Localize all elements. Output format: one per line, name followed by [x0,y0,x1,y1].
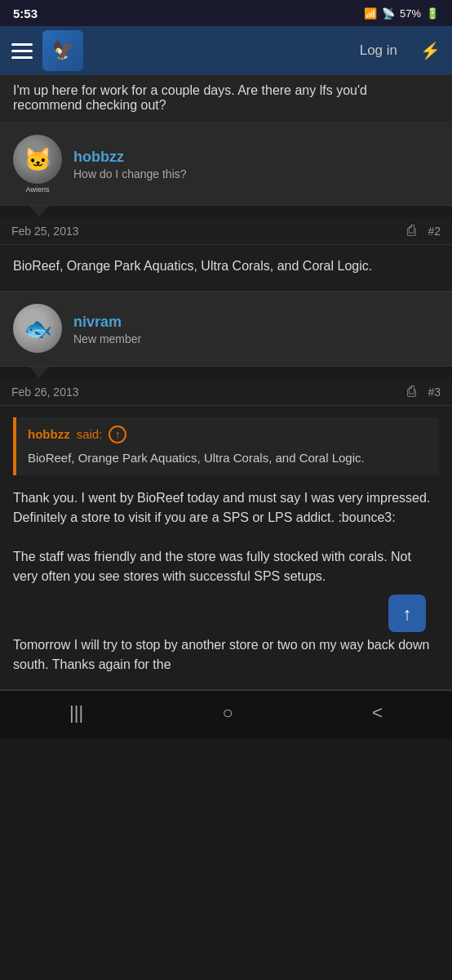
post-date-1: Feb 25, 2013 [11,225,79,238]
signal-icon: 📡 [382,7,395,20]
avatar-wrapper-hobbzz: 🐱 Awiens [13,135,62,194]
user-info-nivram: nivram New member [73,314,439,345]
intro-text: I'm up here for work for a couple days. … [0,75,452,123]
triangle-hobbzz [29,206,49,217]
quote-text-2: BioReef, Orange Park Aquatics, Ultra Cor… [28,449,428,468]
navbar: 🦅 Log in ⚡ [0,26,452,75]
post-date-2: Feb 26, 2013 [11,385,79,399]
post-text-2b: The staff was friendly and the store was… [13,547,439,586]
post-meta-2: Feb 26, 2013 ⎙ #3 [0,378,452,406]
quote-arrow-icon[interactable]: ↑ [109,425,126,443]
bottom-navigation: ||| ○ < [0,690,452,738]
post-number-1: #2 [428,225,441,238]
intro-text-content: I'm up here for work for a couple days. … [13,83,367,112]
quote-username-2[interactable]: hobbzz [28,425,70,444]
avatar-nivram: 🐟 [13,304,62,353]
username-hobbzz[interactable]: hobbzz [73,149,439,166]
user-info-hobbzz: hobbzz How do I change this? [73,149,439,180]
triangle-nivram [29,367,49,378]
status-bar: 5:53 📶 📡 57% 🔋 [0,0,452,26]
avatar-image-nivram: 🐟 [13,304,62,353]
status-icons: 📶 📡 57% 🔋 [364,7,439,20]
share-icon-1[interactable]: ⎙ [407,222,416,239]
avatar-wrapper-nivram: 🐟 [13,304,62,354]
battery-percent: 57% [400,7,421,20]
username-nivram[interactable]: nivram [73,314,439,331]
post-text-2c: Tomorrow I will try to stop by another s… [13,635,439,675]
post-text-1: BioReef, Orange Park Aquatics, Ultra Cor… [13,259,372,273]
post-meta-right-2: ⎙ #3 [407,383,441,400]
share-icon-2[interactable]: ⎙ [407,383,416,400]
post-body-inner-2: Thank you. I went by BioReef today and m… [13,488,439,675]
avatar-image-hobbzz: 🐱 [13,135,62,184]
user-card-hobbzz: 🐱 Awiens hobbzz How do I change this? [0,123,452,206]
status-time: 5:53 [13,7,38,20]
post-meta-1: Feb 25, 2013 ⎙ #2 [0,217,452,245]
bottom-nav-menu[interactable]: ||| [53,699,100,727]
quote-said-2: said: [77,425,103,444]
post-meta-right-1: ⎙ #2 [407,222,441,239]
post-body-1: BioReef, Orange Park Aquatics, Ultra Cor… [0,245,452,292]
bottom-nav-home[interactable]: ○ [206,699,249,727]
avatar-hobbzz: 🐱 [13,135,62,184]
bottom-nav-back[interactable]: < [356,699,399,727]
logo-icon: 🦅 [52,40,74,61]
user-role-nivram: New member [73,332,439,345]
wifi-icon: 📶 [364,7,377,20]
post-body-2: hobbzz said: ↑ BioReef, Orange Park Aqua… [0,406,452,690]
user-role-hobbzz: How do I change this? [73,167,439,180]
login-button[interactable]: Log in [360,42,397,59]
scroll-to-top-button[interactable]: ↑ [388,595,426,632]
hamburger-menu[interactable] [11,43,33,59]
quote-block-2: hobbzz said: ↑ BioReef, Orange Park Aqua… [13,417,439,475]
user-card-nivram: 🐟 nivram New member [0,292,452,367]
app-logo[interactable]: 🦅 [42,30,83,71]
quote-header-2: hobbzz said: ↑ [28,425,428,444]
post-text-2a: Thank you. I went by BioReef today and m… [13,488,439,528]
avatar-label-hobbzz: Awiens [26,185,50,194]
flash-icon[interactable]: ⚡ [420,41,441,60]
battery-icon: 🔋 [426,7,439,20]
post-number-2: #3 [428,385,441,399]
